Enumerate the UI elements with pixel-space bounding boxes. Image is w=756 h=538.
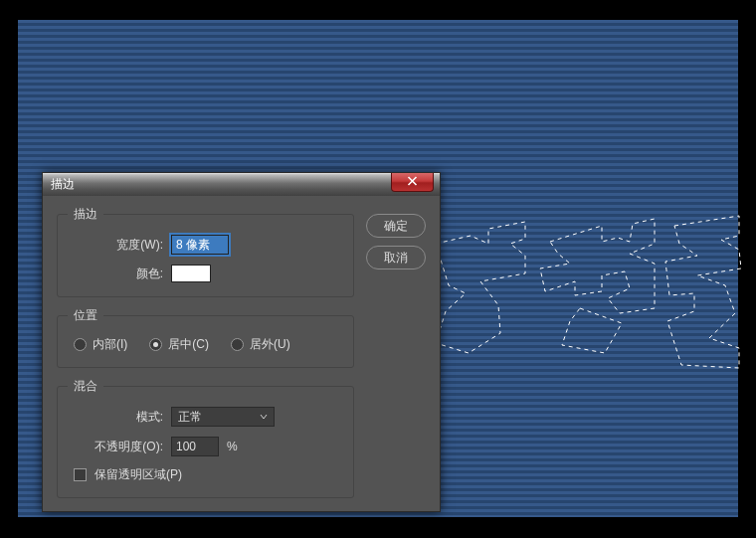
radio-label: 内部(I)	[93, 336, 127, 353]
close-icon	[407, 175, 418, 189]
radio-inside[interactable]: 内部(I)	[74, 336, 127, 353]
color-label: 颜色:	[68, 266, 171, 282]
radio-icon	[231, 338, 244, 351]
width-input[interactable]	[171, 235, 229, 255]
width-label: 宽度(W):	[68, 237, 171, 254]
fieldset-blend: 混合 模式: 正常 不透明度(O): %	[57, 378, 354, 498]
legend-position: 位置	[68, 307, 103, 324]
ok-button[interactable]: 确定	[366, 214, 426, 238]
preserve-label: 保留透明区域(P)	[94, 466, 182, 483]
mode-select[interactable]: 正常	[171, 407, 275, 427]
opacity-label: 不透明度(O):	[68, 439, 171, 455]
mode-value: 正常	[178, 409, 202, 426]
chevron-down-icon	[260, 413, 268, 421]
color-swatch[interactable]	[171, 265, 211, 282]
close-button[interactable]	[391, 173, 434, 192]
radio-icon	[149, 338, 162, 351]
mode-label: 模式:	[68, 409, 171, 426]
fieldset-stroke: 描边 宽度(W): 颜色:	[57, 206, 354, 297]
cancel-label: 取消	[384, 250, 408, 267]
fieldset-position: 位置 内部(I) 居中(C) 居外(U)	[57, 307, 354, 368]
selection-marquee	[431, 214, 749, 373]
radio-label: 居外(U)	[250, 336, 290, 353]
radio-icon	[74, 338, 87, 351]
opacity-unit: %	[227, 440, 238, 453]
dialog-titlebar[interactable]: 描边	[43, 173, 440, 196]
radio-center[interactable]: 居中(C)	[149, 336, 209, 353]
preserve-checkbox[interactable]	[74, 468, 87, 481]
radio-label: 居中(C)	[168, 336, 209, 353]
ok-label: 确定	[384, 218, 408, 235]
legend-blend: 混合	[68, 378, 103, 395]
cancel-button[interactable]: 取消	[366, 246, 426, 269]
radio-outside[interactable]: 居外(U)	[231, 336, 290, 353]
stroke-dialog: 描边 描边 宽度(W): 颜色: 位置	[42, 172, 441, 512]
opacity-input[interactable]	[171, 437, 219, 456]
legend-stroke: 描边	[68, 206, 103, 223]
dialog-title: 描边	[51, 176, 75, 193]
